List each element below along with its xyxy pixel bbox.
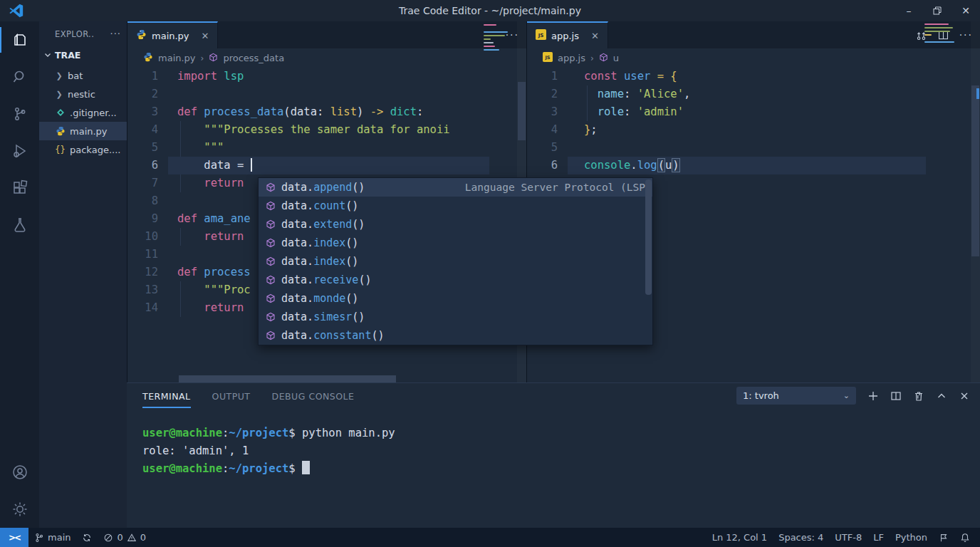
breadcrumb[interactable]: JS app.js › u [527, 48, 980, 68]
line-content: role: 'admin' [568, 103, 980, 121]
extensions-icon[interactable] [0, 170, 39, 207]
workspace-folder-row[interactable]: TRAE [39, 46, 127, 63]
chevron-down-icon: ⌄ [843, 391, 850, 400]
explorer-icon[interactable] [0, 21, 39, 58]
sidebar-item-package[interactable]: {}package.... [39, 140, 127, 159]
problems-status[interactable]: 0 0 [98, 528, 152, 547]
chevron-down-icon [43, 51, 52, 59]
run-debug-icon[interactable] [0, 132, 39, 170]
js-icon: JS [536, 29, 546, 42]
tab-app-js[interactable]: JS app.js ✕ [527, 21, 608, 48]
sync-status[interactable] [76, 528, 98, 547]
terminal-select[interactable]: 1: tvroh ⌄ [736, 387, 856, 405]
testing-icon[interactable] [0, 207, 39, 244]
code-token: ) [357, 105, 370, 118]
autocomplete-item-append[interactable]: data.append()Language Server Protocol (L… [259, 178, 652, 197]
maximize-panel-icon[interactable] [936, 390, 947, 402]
line-number: 4 [527, 121, 568, 139]
horizontal-scrollbar[interactable] [179, 375, 396, 382]
new-terminal-icon[interactable] [867, 390, 879, 402]
code-line-2[interactable]: 2 [127, 85, 526, 103]
tab-close-icon[interactable]: ✕ [202, 31, 209, 41]
autocomplete-item-index[interactable]: data.index() [259, 252, 652, 271]
autocomplete-item-extend[interactable]: data.extend() [259, 215, 652, 234]
code-line-5[interactable]: 5 [527, 139, 980, 157]
close-panel-icon[interactable] [959, 390, 970, 402]
source-control-icon[interactable] [0, 95, 39, 132]
restore-button[interactable] [923, 0, 952, 21]
encoding-status[interactable]: UTF-8 [829, 528, 867, 547]
popup-scrollbar[interactable] [645, 179, 652, 295]
git-branch-status[interactable]: main [28, 528, 76, 547]
breadcrumb[interactable]: main.py › process_data [127, 48, 526, 68]
eol-status[interactable]: LF [867, 528, 890, 547]
sidebar-item-gitigner[interactable]: .gitigner... [39, 103, 127, 122]
minimize-button[interactable]: – [895, 0, 923, 21]
code-token: 'Alice' [637, 88, 684, 100]
code-token: u [665, 159, 672, 172]
autocomplete-item-simesr[interactable]: data.simesr() [259, 308, 652, 326]
cursor-position-status[interactable]: Ln 12, Col 1 [707, 528, 773, 547]
error-count: 0 [117, 532, 123, 543]
line-content: name: 'Alice', [568, 85, 980, 103]
code-line-6[interactable]: 6 data = [127, 157, 526, 174]
breadcrumb-file[interactable]: main.py [158, 53, 196, 63]
panel-tab-terminal[interactable]: TERMINAL [142, 385, 191, 408]
method-cube-icon [266, 275, 276, 285]
code-line-4[interactable]: 4}; [527, 121, 980, 139]
autocomplete-item-receive[interactable]: data.receive() [259, 271, 652, 289]
line-content: }; [568, 121, 980, 139]
code-line-4[interactable]: 4 """Processes the samer data for anoii [127, 121, 526, 139]
settings-gear-icon[interactable] [0, 491, 39, 528]
code-line-3[interactable]: 3def process_data(data: list) -> dict: [127, 103, 526, 121]
autocomplete-item-count[interactable]: data.count() [259, 197, 652, 215]
file-label: bat [68, 71, 83, 81]
code-token: list [330, 105, 357, 118]
split-terminal-icon[interactable] [890, 390, 902, 402]
code-line-5[interactable]: 5 """ [127, 139, 526, 157]
language-mode-status[interactable]: Python [890, 528, 933, 547]
autocomplete-item-index[interactable]: data.index() [259, 234, 652, 252]
tab-main-py[interactable]: main.py ✕ [127, 21, 218, 48]
vertical-scrollbar[interactable] [971, 21, 980, 382]
breadcrumb-symbol[interactable]: process_data [223, 53, 284, 63]
code-line-6[interactable]: 6console.log(u) [527, 157, 980, 174]
completion-label: data.count() [281, 199, 358, 212]
remote-indicator[interactable]: >< [0, 528, 28, 547]
tab-close-icon[interactable]: ✕ [591, 31, 599, 41]
line-number: 2 [127, 85, 168, 103]
code-line-2[interactable]: 2 name: 'Alice', [527, 85, 980, 103]
code-line-3[interactable]: 3 role: 'admin' [527, 103, 980, 121]
search-icon[interactable] [0, 58, 39, 95]
terminal-line: user@machine:~/project$ python main.py [142, 424, 980, 442]
line-number: 1 [527, 68, 568, 85]
code-line-1[interactable]: 1const user = { [527, 68, 980, 85]
line-number: 12 [127, 264, 168, 281]
code-token: process_data [204, 105, 283, 118]
explorer-more-icon[interactable]: ··· [110, 28, 121, 39]
tab-label: main.py [152, 31, 189, 41]
notifications-bell-icon[interactable] [954, 528, 976, 547]
accounts-icon[interactable] [0, 454, 39, 491]
panel-tab-output[interactable]: OUTPUT [212, 385, 251, 408]
symbol-cube-icon [599, 53, 608, 64]
breadcrumb-file[interactable]: app.js [558, 53, 585, 63]
close-button[interactable]: ✕ [952, 0, 980, 21]
indentation-status[interactable]: Spaces: 4 [773, 528, 829, 547]
terminal-output[interactable]: user@machine:~/project$ python main.pyro… [127, 409, 980, 478]
autocomplete-item-consstant[interactable]: data.consstant() [259, 326, 652, 345]
minimap[interactable] [924, 24, 964, 43]
sidebar-item-nestic[interactable]: ❯nestic [39, 85, 127, 103]
feedback-icon[interactable] [933, 528, 954, 547]
sidebar-item-main-py[interactable]: main.py [39, 122, 127, 140]
code-line-1[interactable]: 1import lsp [127, 68, 526, 85]
sidebar-item-bat[interactable]: ❯bat [39, 66, 127, 85]
method-cube-icon [266, 219, 276, 229]
panel-tab-debug-console[interactable]: DEBUG CONSOLE [272, 385, 355, 408]
code-token: return [204, 177, 244, 189]
breadcrumb-symbol[interactable]: u [613, 53, 619, 63]
kill-terminal-trash-icon[interactable] [913, 390, 924, 402]
file-label: nestic [68, 89, 95, 100]
minimap[interactable] [484, 24, 512, 51]
autocomplete-item-monde[interactable]: data.monde() [259, 289, 652, 308]
